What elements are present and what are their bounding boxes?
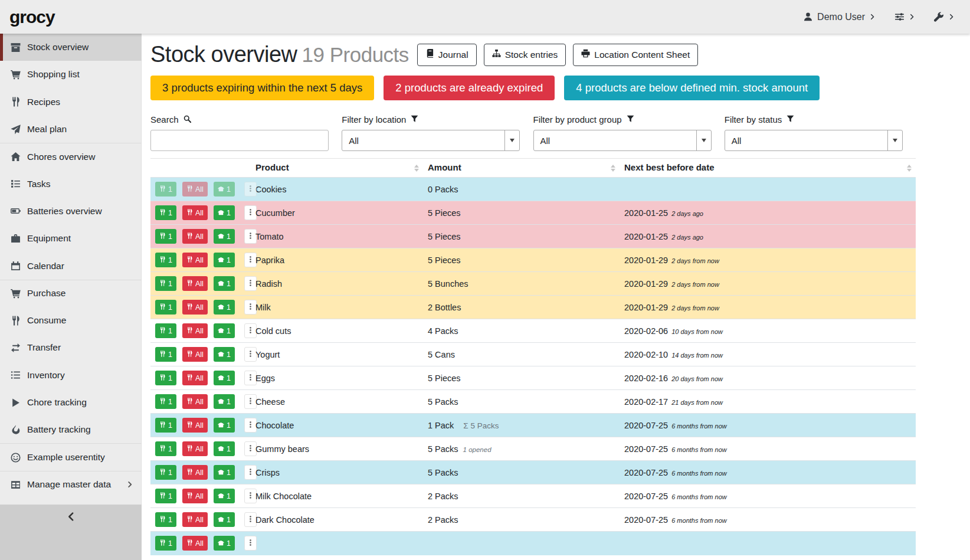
consume-one-button[interactable]: 1	[155, 489, 176, 503]
consume-all-button[interactable]: All	[182, 347, 208, 362]
row-menu-button[interactable]	[244, 441, 257, 456]
sidebar-item-shopping-list[interactable]: Shopping list	[0, 61, 142, 88]
sidebar-item-equipment[interactable]: Equipment	[0, 225, 142, 252]
status-filter-select[interactable]: All	[725, 130, 903, 151]
consume-all-button[interactable]: All	[182, 536, 208, 551]
consume-all-button[interactable]: All	[182, 300, 208, 315]
row-menu-button[interactable]	[244, 182, 257, 197]
row-menu-button[interactable]	[244, 371, 257, 385]
consume-one-button[interactable]: 1	[155, 323, 176, 338]
open-one-button[interactable]: 1	[214, 418, 235, 433]
open-one-button[interactable]: 1	[214, 347, 235, 362]
row-menu-button[interactable]	[244, 394, 257, 409]
open-one-button[interactable]: 1	[214, 465, 235, 480]
sidebar-item-chore-tracking[interactable]: Chore tracking	[0, 389, 142, 416]
stock-settings-menu[interactable]	[894, 12, 915, 22]
row-menu-button[interactable]	[244, 418, 257, 433]
open-one-button[interactable]: 1	[214, 323, 235, 338]
sidebar-item-stock-overview[interactable]: Stock overview	[0, 34, 142, 61]
consume-all-button[interactable]: All	[182, 371, 208, 385]
search-input[interactable]	[150, 130, 329, 151]
consume-one-button[interactable]: 1	[155, 512, 176, 527]
column-header-next-best-before-date[interactable]: Next best before date	[620, 159, 916, 178]
consume-one-button[interactable]: 1	[155, 394, 176, 409]
consume-one-button[interactable]: 1	[155, 253, 176, 267]
sidebar-item-icon	[9, 343, 21, 353]
consume-all-button[interactable]: All	[182, 276, 208, 291]
open-one-button[interactable]: 1	[214, 536, 235, 551]
consume-all-button[interactable]: All	[182, 418, 208, 433]
location-filter-select[interactable]: All	[342, 130, 520, 151]
consume-one-button[interactable]: 1	[155, 465, 176, 480]
sidebar-item-battery-tracking[interactable]: Battery tracking	[0, 416, 142, 443]
stock-entries-button[interactable]: Stock entries	[484, 44, 566, 66]
consume-all-button[interactable]: All	[182, 394, 208, 409]
row-menu-button[interactable]	[244, 205, 257, 220]
sidebar-item-consume[interactable]: Consume	[0, 307, 142, 334]
sidebar-item-example-userentity[interactable]: Example userentity	[0, 443, 142, 470]
row-menu-button[interactable]	[244, 253, 257, 267]
open-one-button[interactable]: 1	[214, 512, 235, 527]
sidebar-item-batteries-overview[interactable]: Batteries overview	[0, 198, 142, 225]
consume-all-button[interactable]: All	[182, 465, 208, 480]
sidebar-item-transfer[interactable]: Transfer	[0, 334, 142, 361]
user-menu[interactable]: Demo User	[803, 12, 876, 22]
row-menu-button[interactable]	[244, 300, 257, 315]
row-menu-button[interactable]	[244, 276, 257, 291]
banner-below-min[interactable]: 4 products are below defined min. stock …	[564, 76, 820, 100]
row-menu-button[interactable]	[244, 465, 257, 480]
sidebar-item-inventory[interactable]: Inventory	[0, 362, 142, 389]
open-one-button[interactable]: 1	[214, 489, 235, 503]
open-one-button[interactable]: 1	[214, 394, 235, 409]
column-header-product[interactable]: Product	[251, 159, 423, 178]
sidebar-item-meal-plan[interactable]: Meal plan	[0, 116, 142, 143]
row-menu-button[interactable]	[244, 489, 257, 503]
row-menu-button[interactable]	[244, 229, 257, 244]
open-one-button[interactable]: 1	[214, 229, 235, 244]
consume-all-button[interactable]: All	[182, 182, 208, 197]
open-one-button[interactable]: 1	[214, 205, 235, 220]
consume-all-button[interactable]: All	[182, 489, 208, 503]
banner-expiring[interactable]: 3 products expiring within the next 5 da…	[150, 76, 374, 100]
sidebar-item-recipes[interactable]: Recipes	[0, 89, 142, 116]
consume-all-button[interactable]: All	[182, 512, 208, 527]
product-group-filter-select[interactable]: All	[533, 130, 712, 151]
sidebar-item-chores-overview[interactable]: Chores overview	[0, 143, 142, 170]
consume-one-button[interactable]: 1	[155, 229, 176, 244]
sidebar-item-purchase[interactable]: Purchase	[0, 280, 142, 307]
consume-one-button[interactable]: 1	[155, 347, 176, 362]
consume-one-button[interactable]: 1	[155, 182, 176, 197]
open-one-button[interactable]: 1	[214, 371, 235, 385]
row-menu-button[interactable]	[244, 512, 257, 527]
consume-all-button[interactable]: All	[182, 323, 208, 338]
banner-expired[interactable]: 2 products are already expired	[384, 76, 555, 100]
consume-one-button[interactable]: 1	[155, 205, 176, 220]
sidebar-collapse-button[interactable]	[66, 512, 76, 522]
consume-one-button[interactable]: 1	[155, 371, 176, 385]
grocy-logo[interactable]: grocy	[9, 7, 55, 27]
consume-all-button[interactable]: All	[182, 229, 208, 244]
consume-one-button[interactable]: 1	[155, 536, 176, 551]
open-one-button[interactable]: 1	[214, 441, 235, 456]
journal-button[interactable]: Journal	[417, 44, 477, 66]
location-content-sheet-button[interactable]: Location Content Sheet	[573, 44, 698, 66]
consume-all-button[interactable]: All	[182, 205, 208, 220]
consume-one-button[interactable]: 1	[155, 441, 176, 456]
consume-one-button[interactable]: 1	[155, 300, 176, 315]
consume-one-button[interactable]: 1	[155, 418, 176, 433]
sidebar-item-manage-master-data[interactable]: Manage master data	[0, 471, 142, 498]
row-menu-button[interactable]	[244, 536, 257, 551]
sidebar-item-tasks[interactable]: Tasks	[0, 170, 142, 197]
open-one-button[interactable]: 1	[214, 300, 235, 315]
consume-one-button[interactable]: 1	[155, 276, 176, 291]
open-one-button[interactable]: 1	[214, 276, 235, 291]
consume-all-button[interactable]: All	[182, 441, 208, 456]
consume-all-button[interactable]: All	[182, 253, 208, 267]
open-one-button[interactable]: 1	[214, 253, 235, 267]
column-header-amount[interactable]: Amount	[423, 159, 620, 178]
sidebar-item-calendar[interactable]: Calendar	[0, 252, 142, 279]
open-one-button[interactable]: 1	[214, 182, 235, 197]
admin-menu[interactable]	[934, 12, 955, 22]
row-menu-button[interactable]	[244, 323, 257, 338]
row-menu-button[interactable]	[244, 347, 257, 362]
